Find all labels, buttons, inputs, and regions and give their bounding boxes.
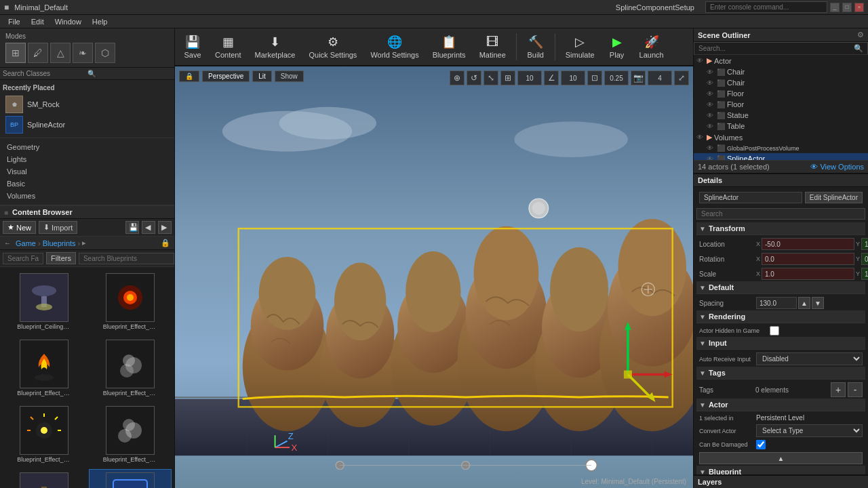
- tags-remove-btn[interactable]: -: [848, 382, 863, 397]
- bc-blueprints[interactable]: Blueprints: [43, 239, 76, 247]
- filter-btn[interactable]: Filters: [46, 252, 76, 264]
- vp-camera-btn[interactable]: 📷: [631, 70, 646, 85]
- scale-y-input[interactable]: 1.0: [861, 268, 868, 280]
- details-default-header[interactable]: ▼ Default: [696, 281, 865, 294]
- category-visual[interactable]: Visual: [3, 165, 172, 178]
- asset-steam[interactable]: Blueprint_Effect_Steam: [89, 403, 172, 466]
- tree-volumes-folder[interactable]: 👁 ▶ Volumes: [694, 131, 868, 143]
- vp-scale-snap-btn[interactable]: ⊡: [587, 70, 602, 85]
- tree-chair-1[interactable]: 👁 ⬛ Chair: [694, 66, 868, 77]
- details-search-input[interactable]: [696, 208, 865, 220]
- so-view-options-btn[interactable]: 👁 View Options: [810, 163, 864, 171]
- spacing-dn-btn[interactable]: ▼: [812, 297, 824, 309]
- mode-foliage[interactable]: ❧: [73, 43, 93, 63]
- tool-save[interactable]: 💾 Save: [178, 31, 208, 62]
- vp-lock-btn[interactable]: 🔒: [179, 70, 199, 82]
- vp-scale-input[interactable]: 0.25: [604, 70, 629, 85]
- hidden-checkbox[interactable]: [770, 326, 779, 336]
- minimize-btn[interactable]: _: [830, 3, 840, 12]
- tool-matinee[interactable]: 🎞 Matinee: [473, 32, 512, 62]
- vp-translate-btn[interactable]: ⊕: [450, 70, 465, 85]
- maximize-btn[interactable]: □: [842, 3, 852, 12]
- console-input[interactable]: [705, 1, 827, 13]
- scale-x-input[interactable]: 1.0: [762, 268, 854, 280]
- tool-world-settings[interactable]: 🌐 World Settings: [364, 31, 425, 62]
- tree-statue[interactable]: 👁 ⬛ Statue: [694, 110, 868, 121]
- details-input-header[interactable]: ▼ Input: [696, 337, 865, 350]
- vp-rot-input[interactable]: 10: [561, 70, 585, 85]
- vp-perspective-btn[interactable]: Perspective: [202, 70, 250, 82]
- vp-scale-btn[interactable]: ⤡: [484, 70, 498, 85]
- vp-layer-input[interactable]: 4: [648, 70, 672, 85]
- tree-postprocess-volume[interactable]: 👁 ⬛ GlobalPostProcessVolume: [694, 143, 868, 153]
- new-button[interactable]: ★ New: [3, 221, 36, 234]
- auto-receive-select[interactable]: Disabled: [756, 352, 863, 365]
- details-actor-header[interactable]: ▼ Actor: [696, 399, 865, 411]
- can-be-damaged-checkbox[interactable]: [756, 440, 766, 449]
- tree-spline-actor[interactable]: 👁 ⬛ SplineActor: [694, 153, 868, 160]
- details-transform-header[interactable]: ▼ Transform: [696, 222, 865, 235]
- vp-show-btn[interactable]: Show: [275, 70, 304, 82]
- vp-grid-input[interactable]: 10: [517, 70, 542, 85]
- vp-fullscreen-btn[interactable]: ⤢: [674, 70, 689, 85]
- rotation-x-input[interactable]: 0.0: [762, 253, 854, 265]
- search-blueprints-input[interactable]: [79, 253, 174, 264]
- tool-marketplace[interactable]: ⬇ Marketplace: [249, 31, 302, 62]
- details-blueprint-header[interactable]: ▼ Blueprint: [696, 466, 865, 474]
- tags-add-btn[interactable]: +: [831, 382, 846, 397]
- asset-smoke[interactable]: Blueprint_Effect_Smoke: [89, 336, 172, 400]
- menu-window[interactable]: Window: [50, 16, 87, 27]
- tree-floor-2[interactable]: 👁 ⬛ Floor: [694, 99, 868, 110]
- placed-item-spline[interactable]: BP SplineActor: [3, 115, 172, 135]
- vp-rot-snap-btn[interactable]: ∠: [544, 70, 559, 85]
- menu-file[interactable]: File: [3, 16, 26, 27]
- category-geometry[interactable]: Geometry: [3, 141, 172, 153]
- asset-explosion[interactable]: Blueprint_Effect_Explosion: [89, 270, 172, 333]
- tree-chair-2[interactable]: 👁 ⬛ Chair: [694, 77, 868, 88]
- cb-search-input[interactable]: [3, 253, 43, 264]
- tree-actor-folder[interactable]: 👁 ▶ Actor: [694, 55, 868, 66]
- bc-game[interactable]: Game: [16, 239, 36, 247]
- rotation-y-input[interactable]: 0.0: [861, 253, 868, 265]
- menu-edit[interactable]: Edit: [26, 16, 50, 27]
- so-search-input[interactable]: [698, 45, 854, 52]
- asset-sparks[interactable]: Blueprint_Effect_Sparks: [3, 403, 86, 466]
- asset-fire[interactable]: Blueprint_Effect_Fire: [3, 336, 86, 400]
- details-edit-blueprint-btn[interactable]: Edit SplineActor: [805, 192, 863, 203]
- viewport[interactable]: Z X 🔒 Perspective Lit Show ⊕ ↺ ⤡ ⊞ 10 ∠: [175, 66, 693, 488]
- spacing-input[interactable]: 130.0: [756, 297, 797, 309]
- tree-floor-1[interactable]: 👁 ⬛ Floor: [694, 88, 868, 99]
- import-button[interactable]: ⬇ Import: [39, 221, 77, 234]
- collapse-btn[interactable]: ▲: [699, 452, 863, 464]
- search-classes-icon[interactable]: 🔍: [87, 70, 172, 77]
- asset-spline-actor[interactable]: BP SplineActor: [89, 469, 172, 488]
- tool-blueprints[interactable]: 📋 Blueprints: [427, 31, 472, 62]
- location-y-input[interactable]: 10.0: [861, 238, 868, 250]
- spacing-up-btn[interactable]: ▲: [798, 297, 810, 309]
- convert-actor-select[interactable]: Select a Type: [756, 424, 863, 437]
- tool-launch[interactable]: 🚀 Launch: [633, 31, 670, 62]
- category-basic[interactable]: Basic: [3, 178, 172, 190]
- category-lights[interactable]: Lights: [3, 153, 172, 165]
- tool-simulate[interactable]: ▷ Simulate: [559, 31, 601, 62]
- tree-table[interactable]: 👁 ⬛ Table: [694, 121, 868, 131]
- so-search-icon[interactable]: 🔍: [854, 44, 863, 53]
- vp-rotate-btn[interactable]: ↺: [467, 70, 481, 85]
- category-volumes[interactable]: Volumes: [3, 190, 172, 202]
- save-all-btn[interactable]: 💾: [125, 221, 139, 234]
- vp-lit-btn[interactable]: Lit: [252, 70, 272, 82]
- details-actor-input[interactable]: SplineActor: [699, 192, 802, 203]
- asset-wall-sconce[interactable]: Blueprint_WallSconce: [3, 469, 86, 488]
- tool-content[interactable]: ▦ Content: [209, 31, 248, 62]
- bc-more-btn[interactable]: ▸: [82, 239, 86, 247]
- cb-lock-btn[interactable]: 🔒: [161, 239, 170, 247]
- so-settings-icon[interactable]: ⚙: [857, 30, 864, 39]
- mode-place[interactable]: ⊞: [5, 43, 26, 63]
- tool-quick-settings[interactable]: ⚙ Quick Settings: [302, 31, 363, 62]
- tool-play[interactable]: ▶ Play: [602, 31, 632, 62]
- asset-ceiling-light[interactable]: Blueprint_CeilingLight: [3, 270, 86, 333]
- mode-mesh[interactable]: ⬡: [95, 43, 115, 63]
- history-back-btn[interactable]: ◀: [142, 221, 155, 234]
- mode-paint[interactable]: 🖊: [28, 43, 48, 63]
- location-x-input[interactable]: -50.0: [762, 238, 854, 250]
